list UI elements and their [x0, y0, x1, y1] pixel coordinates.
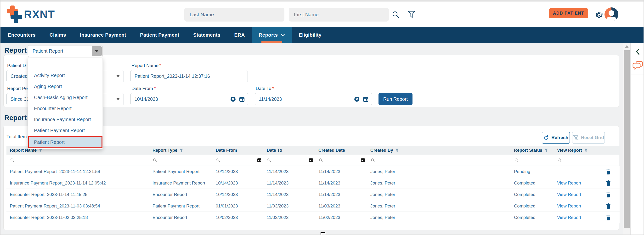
collapse-panel-icon[interactable]: [636, 48, 640, 56]
dropdown-option[interactable]: Insurance Payment Report: [28, 114, 102, 125]
vertical-scrollbar[interactable]: [623, 43, 630, 235]
clear-date-icon[interactable]: [354, 96, 360, 102]
report-name-input[interactable]: [130, 70, 248, 82]
column-calendar-icon[interactable]: [309, 158, 313, 162]
column-search-icon[interactable]: [319, 158, 323, 162]
cell-view: View Report: [554, 192, 597, 197]
last-name-input[interactable]: [184, 8, 284, 22]
cell-by: Jones, Peter: [367, 169, 511, 174]
dropdown-option[interactable]: Activity Report: [28, 70, 102, 81]
column-header-type[interactable]: Report Type: [149, 148, 212, 153]
nav-tab-encounters[interactable]: Encounters: [1, 27, 42, 43]
table-row: Patient Payment Report_2023-11-03 03:48:…: [6, 200, 620, 212]
column-search-icon[interactable]: [267, 158, 271, 162]
avatar-person-icon: [608, 10, 614, 16]
filter-cell-to[interactable]: [263, 154, 315, 166]
column-search-icon[interactable]: [216, 158, 220, 162]
calendar-icon[interactable]: [239, 96, 245, 102]
delete-report-icon[interactable]: [606, 169, 611, 174]
cell-actions: [597, 203, 620, 209]
run-report-button[interactable]: Run Report: [378, 93, 412, 105]
view-report-link[interactable]: View Report: [557, 180, 581, 186]
column-header-from[interactable]: Date From: [212, 148, 263, 153]
add-patient-button[interactable]: ADD PATIENT: [549, 8, 588, 18]
filter-cell-view[interactable]: [554, 154, 597, 166]
column-header-view[interactable]: View Report: [554, 148, 597, 153]
cell-status: Completed: [511, 192, 554, 197]
date-from-field[interactable]: 10/14/2023: [130, 93, 248, 105]
refresh-button[interactable]: Refresh: [542, 132, 570, 144]
view-report-link[interactable]: View Report: [557, 192, 581, 197]
nav-tab-patient-payment[interactable]: Patient Payment: [133, 27, 186, 43]
column-search-icon[interactable]: [10, 158, 14, 162]
view-report-link[interactable]: View Report: [557, 204, 581, 208]
app-header: RXNT ADD PATIENT: [0, 2, 644, 27]
report-name-label: Report Name*: [132, 63, 161, 68]
table-row: Encounter Report_2023-11-02 03:25:18Enco…: [6, 212, 620, 223]
column-calendar-icon[interactable]: [257, 158, 262, 162]
filter-cell-name[interactable]: [6, 154, 149, 166]
nav-tab-era[interactable]: ERA: [227, 27, 252, 43]
table-row: Encounter Report_2023-11-14 11:45:25Enco…: [6, 189, 620, 200]
calendar-icon[interactable]: [363, 96, 368, 102]
cell-from: 10/14/2023: [212, 180, 263, 186]
delete-report-icon[interactable]: [606, 203, 611, 209]
dropdown-option-selected[interactable]: Patient Report: [28, 136, 102, 148]
column-header-to[interactable]: Date To: [263, 148, 315, 153]
chevron-down-icon: [116, 75, 120, 77]
chat-icon[interactable]: [632, 61, 643, 72]
column-search-icon[interactable]: [153, 158, 157, 162]
column-filter-icon: [544, 148, 548, 152]
nav-tab-eligibility[interactable]: Eligibility: [292, 27, 328, 43]
nav-tab-claims[interactable]: Claims: [42, 27, 73, 43]
scrollbar-thumb[interactable]: [624, 50, 630, 228]
gear-icon[interactable]: [595, 10, 603, 20]
cell-type: Insurance Payment Report: [149, 180, 212, 186]
filter-icon[interactable]: [408, 10, 416, 19]
date-to-field[interactable]: 11/14/2023: [255, 93, 372, 105]
cell-from: 10/02/2023: [212, 215, 263, 220]
report-type-select-value: Patient Report: [28, 48, 63, 54]
filter-cell-type[interactable]: [149, 154, 212, 166]
nav-tab-reports[interactable]: Reports: [252, 27, 292, 43]
nav-tab-insurance-payment[interactable]: Insurance Payment: [73, 27, 133, 43]
column-search-icon[interactable]: [558, 158, 562, 162]
dropdown-option[interactable]: Aging Report: [28, 81, 102, 92]
rxnt-reports-page: RXNT ADD PATIENT EncountersClaimsInsuran…: [0, 0, 644, 235]
column-header-by[interactable]: Created By: [367, 148, 511, 153]
cell-actions: [597, 192, 620, 198]
cell-type: Encounter Report: [149, 192, 212, 197]
column-header-created[interactable]: Created Date: [315, 148, 367, 153]
dropdown-option[interactable]: Encounter Report: [28, 103, 102, 114]
filter-cell-by[interactable]: [367, 154, 511, 166]
clear-date-icon[interactable]: [230, 96, 236, 102]
avatar[interactable]: [604, 8, 618, 21]
dropdown-option[interactable]: Cash-Basis Aging Report: [28, 92, 102, 103]
rxnt-logo: RXNT: [7, 5, 55, 24]
nav-tab-statements[interactable]: Statements: [186, 27, 228, 43]
filter-cell-created[interactable]: [315, 154, 367, 166]
select-dropdown-button[interactable]: [92, 46, 102, 56]
cell-status: Completed: [511, 180, 554, 186]
column-search-icon[interactable]: [514, 158, 518, 162]
dropdown-option[interactable]: Patient Payment Report: [28, 125, 102, 136]
scroll-up-arrow[interactable]: [624, 45, 629, 48]
view-report-link[interactable]: View Report: [557, 215, 581, 220]
delete-report-icon[interactable]: [606, 192, 611, 198]
column-header-status[interactable]: Report Status: [511, 148, 554, 153]
reset-grid-button[interactable]: Reset Grid: [572, 132, 605, 144]
column-calendar-icon[interactable]: [361, 158, 365, 162]
search-icon[interactable]: [392, 10, 400, 19]
delete-report-icon[interactable]: [606, 180, 611, 186]
cell-status: Pending: [511, 169, 554, 174]
first-name-input[interactable]: [289, 8, 389, 22]
delete-report-icon[interactable]: [606, 215, 611, 220]
filter-cell-from[interactable]: [212, 154, 263, 166]
dropdown-option-blank[interactable]: [28, 58, 102, 70]
report-type-select[interactable]: Patient Report: [28, 45, 103, 57]
report-period-label: Report Pe: [7, 86, 28, 91]
cell-from: 10/14/2023: [212, 192, 263, 197]
filter-cell-status[interactable]: [511, 154, 554, 166]
column-search-icon[interactable]: [371, 158, 375, 162]
cell-type: Patient Payment Report: [149, 204, 212, 209]
